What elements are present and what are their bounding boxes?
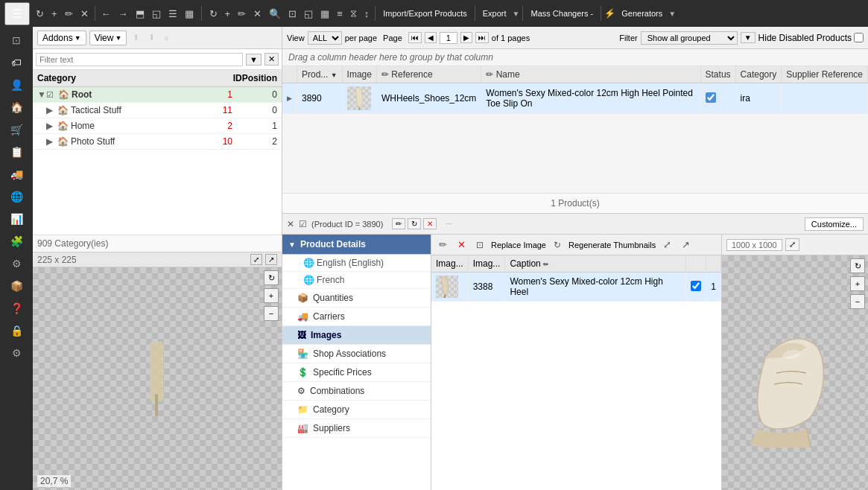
nav-stock[interactable]: 📦 [0,276,33,296]
refresh2-btn[interactable]: ↻ [206,7,221,21]
page-prev-btn[interactable]: ◀ [425,32,437,43]
forward-btn[interactable]: → [115,7,131,21]
nav-settings[interactable]: ⚙ [0,253,33,274]
large-expand-btn[interactable]: ⤢ [785,238,799,251]
cat-row-tactical[interactable]: ▶ 🏠 Tactical Stuff 11 0 [33,103,282,118]
img-status-checkbox[interactable] [691,281,701,291]
accordion-item-quantities[interactable]: 📦 Quantities [282,289,431,308]
rotate-btn[interactable]: ↻ [264,270,279,285]
edit2-btn[interactable]: ✏ [235,7,249,21]
nav-shipping[interactable]: 🚚 [0,164,33,185]
col-supplier-ref[interactable]: Supplier Reference [782,66,868,83]
image-external-btn[interactable]: ↗ [265,254,277,265]
checkbox-root[interactable]: ☑ [46,90,54,100]
img-delete-btn[interactable]: ✕ [454,238,469,252]
accordion-item-specific-prices[interactable]: 💲 Specific Prices [282,363,431,382]
accordion-item-shop-associations[interactable]: 🏪 Shop Associations [282,345,431,363]
cat-row-home[interactable]: ▶ 🏠 Home 2 1 [33,118,282,134]
move-down-btn[interactable]: ⬇ [145,31,158,44]
nav-modules[interactable]: 🧩 [0,231,33,252]
accordion-item-images[interactable]: 🖼 Images [282,326,431,345]
close2-btn[interactable]: ✕ [250,7,264,21]
sort-cat-btn[interactable]: ≡ [161,32,171,44]
nav-global[interactable]: 🌐 [0,186,33,207]
accordion-sub-french[interactable]: 🌐 French [282,272,431,289]
accordion-item-suppliers[interactable]: 🏭 Suppliers [282,419,431,438]
accordion-header[interactable]: ▼ Product Details [282,235,431,255]
img-edit-btn[interactable]: ✏ [436,238,450,252]
add2-btn[interactable]: + [222,7,234,21]
large-zoom-out-btn[interactable]: − [850,294,865,309]
nav-cart[interactable]: 🛒 [0,119,33,140]
copy-btn[interactable]: ⊡ [285,7,300,21]
detail-delete-btn[interactable]: ✕ [423,218,437,229]
view-btn[interactable]: ◱ [301,7,316,21]
col-prod-id[interactable]: Prod... ▼ [297,66,343,83]
customize-btn[interactable]: Customize... [805,217,864,231]
toggle3-btn[interactable]: ☰ [165,7,180,21]
accordion-item-combinations[interactable]: ⚙ Combinations [282,382,431,401]
grid-btn[interactable]: ▦ [317,7,332,21]
col-image[interactable]: Image [342,66,376,83]
mass-changers-btn[interactable]: Mass Changers - [526,7,598,19]
zoom-out-btn[interactable]: − [264,306,279,321]
edit-btn[interactable]: ✏ [62,7,76,21]
img-col-caption[interactable]: Caption ✏ [505,255,686,273]
filter-clear-btn[interactable]: ✕ [264,53,279,66]
toggle4-btn[interactable]: ▦ [182,7,197,21]
img-external-btn2[interactable]: ↗ [679,238,693,252]
nav-home[interactable]: 🏠 [0,97,33,118]
page-last-btn[interactable]: ⏭ [475,32,489,43]
zoom-in-btn[interactable]: + [264,288,279,303]
search-btn[interactable]: 🔍 [266,7,284,21]
img-expand-btn2[interactable]: ⤢ [660,238,674,252]
accordion-item-category[interactable]: 📁 Category [282,401,431,419]
large-rotate-btn[interactable]: ↻ [850,258,865,273]
import-export-btn[interactable]: Import/Export Products [378,7,472,19]
img-status-cell[interactable] [686,273,706,302]
generators-btn[interactable]: Generators [617,7,667,19]
filter-apply-btn[interactable]: ▼ [246,54,262,66]
page-first-btn[interactable]: ⏮ [408,32,422,43]
refresh-btn[interactable]: ↻ [33,7,47,21]
page-next-btn[interactable]: ▶ [460,32,472,43]
col-status[interactable]: Status [700,66,735,83]
add-btn[interactable]: + [48,7,60,21]
menu-button[interactable]: ☰ [4,2,30,25]
accordion-item-carriers[interactable]: 🚚 Carriers [282,308,431,326]
category-filter-input[interactable] [36,53,243,66]
export-btn[interactable]: Export [478,7,511,19]
col-reference[interactable]: ✏ Reference [376,66,481,83]
list-btn[interactable]: ≡ [334,7,346,21]
sort-btn[interactable]: ↕ [361,7,373,21]
nav-help[interactable]: ❓ [0,298,33,319]
replace-image-btn[interactable]: ⊡ [473,238,487,252]
col-category[interactable]: Category [735,66,782,83]
nav-orders[interactable]: 📋 [0,141,33,162]
back-btn[interactable]: ← [98,7,114,21]
nav-dashboard[interactable]: ⊡ [0,30,33,51]
filter-btn[interactable]: ⧖ [347,6,360,21]
delete-btn[interactable]: ✕ [77,7,92,21]
toggle2-btn[interactable]: ◱ [149,7,164,21]
addons-btn[interactable]: Addons ▼ [37,31,86,45]
nav-users[interactable]: 👤 [0,74,33,95]
cat-row-root[interactable]: ▼ ☑ 🏠 Root 1 0 [33,87,282,103]
view-select[interactable]: ALL [308,31,342,45]
row-status[interactable] [700,83,735,114]
hide-disabled-checkbox[interactable] [854,33,864,42]
detail-check-icon[interactable]: ☑ [299,219,307,229]
detail-edit-btn[interactable]: ✏ [392,218,405,229]
image-expand-btn[interactable]: ⤢ [250,254,262,265]
page-input[interactable] [440,32,457,44]
regenerate-btn[interactable]: ↻ [551,238,564,252]
filter-select[interactable]: Show all grouped [641,31,738,45]
move-up-btn[interactable]: ⬆ [130,31,142,44]
image-table-row[interactable]: 3388 Women's Sexy Mixed-color 12cm High … [431,273,721,302]
view-btn-cat[interactable]: View ▼ [89,31,127,45]
col-name[interactable]: ✏ Name [481,66,700,83]
table-row[interactable]: ▶ 3890 WHHeels_Shoes_12cm [282,83,868,114]
toggle1-btn[interactable]: ⬒ [133,7,148,21]
accordion-sub-english[interactable]: 🌐 English (English) [282,255,431,272]
detail-refresh-btn[interactable]: ↻ [408,218,421,229]
